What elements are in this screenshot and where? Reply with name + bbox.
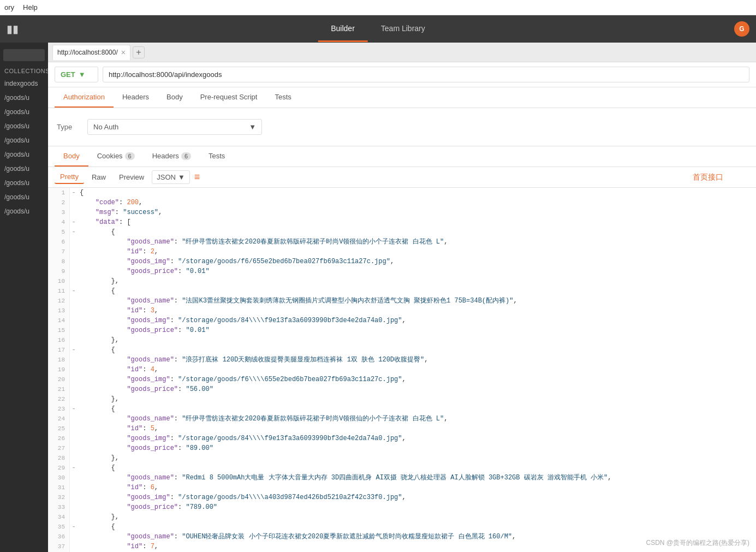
line-toggle: [70, 443, 78, 453]
response-area: Body Cookies6 Headers6 Tests Pretty Raw …: [48, 146, 756, 552]
json-line-30: 30 "goods_name": "Redmi 8 5000mAh大电量 大字体…: [48, 473, 756, 483]
sidebar-item-5[interactable]: /goods/u: [0, 147, 48, 162]
line-toggle[interactable]: -: [70, 522, 78, 532]
close-tab-button[interactable]: ×: [121, 49, 126, 56]
line-toggle: [70, 492, 78, 502]
line-content: },: [78, 512, 119, 522]
line-toggle[interactable]: -: [70, 404, 78, 414]
line-toggle[interactable]: -: [70, 227, 78, 237]
line-toggle[interactable]: -: [70, 217, 78, 227]
json-line-16: 16 },: [48, 335, 756, 345]
menu-help[interactable]: Help: [23, 3, 38, 11]
line-number: 7: [48, 247, 70, 257]
line-number: 10: [48, 276, 70, 286]
line-content: {: [78, 188, 84, 198]
json-line-12: 12 "goods_name": "法国K3蕾丝聚拢文胸套装刺绣薄款无钢圈插片式…: [48, 296, 756, 306]
line-toggle: [70, 532, 78, 542]
tab-team-library[interactable]: Team Library: [368, 16, 438, 42]
response-tab-tests[interactable]: Tests: [200, 146, 234, 167]
sub-tab-authorization[interactable]: Authorization: [55, 87, 114, 108]
format-raw-button[interactable]: Raw: [86, 171, 111, 183]
json-line-35: 35- {: [48, 522, 756, 532]
line-number: 14: [48, 316, 70, 325]
json-line-17: 17- {: [48, 345, 756, 355]
sidebar-item-indexgoods[interactable]: indexgoods: [0, 76, 48, 91]
sidebar-item-6[interactable]: /goods/u: [0, 162, 48, 176]
json-line-14: 14 "goods_img": "/storage/goods/84\\\\f9…: [48, 316, 756, 325]
line-toggle: [70, 335, 78, 345]
line-toggle: [70, 414, 78, 424]
line-toggle[interactable]: -: [70, 188, 78, 198]
method-select[interactable]: GET ▼: [55, 67, 98, 82]
avatar[interactable]: G: [734, 21, 749, 37]
sub-tab-tests[interactable]: Tests: [266, 87, 300, 108]
line-content: "goods_name": "纤伊寻雪纺连衣裙女2020春夏新款韩版碎花裙子时尚…: [78, 237, 448, 247]
sidebar-search-input[interactable]: [3, 49, 45, 61]
line-content: "id": 4,: [78, 365, 158, 375]
line-content: "goods_name": "法国K3蕾丝聚拢文胸套装刺绣薄款无钢圈插片式调整型…: [78, 296, 517, 306]
line-content: "goods_name": "OUHEN轻奢品牌女装 小个子印花连衣裙女2020…: [78, 532, 516, 542]
line-content: "id": 3,: [78, 306, 158, 316]
request-bar: GET ▼: [48, 62, 756, 87]
method-label: GET: [61, 70, 75, 79]
json-line-23: 23- {: [48, 404, 756, 414]
menu-ory[interactable]: ory: [4, 3, 14, 11]
url-input[interactable]: [103, 67, 749, 82]
new-tab-button[interactable]: +: [133, 46, 145, 58]
sidebar-item-9[interactable]: /goods/u: [0, 204, 48, 218]
auth-type-row: Type No Auth ▼: [57, 119, 747, 135]
line-toggle[interactable]: -: [70, 463, 78, 473]
auth-type-select[interactable]: No Auth ▼: [87, 119, 262, 135]
format-preview-button[interactable]: Preview: [114, 171, 150, 183]
line-toggle: [70, 434, 78, 443]
json-line-7: 7 "id": 2,: [48, 247, 756, 257]
format-type-select[interactable]: JSON ▼: [152, 170, 190, 184]
line-toggle[interactable]: -: [70, 345, 78, 355]
method-chevron-icon: ▼: [79, 70, 86, 79]
line-toggle: [70, 375, 78, 384]
response-tab-headers[interactable]: Headers6: [144, 146, 200, 167]
format-pretty-button[interactable]: Pretty: [55, 170, 84, 184]
line-number: 30: [48, 473, 70, 483]
sidebar-item-4[interactable]: /goods/u: [0, 133, 48, 147]
sub-tab-headers[interactable]: Headers: [114, 87, 158, 108]
line-number: 2: [48, 198, 70, 207]
json-line-5: 5- {: [48, 227, 756, 237]
sidebar-item-3[interactable]: /goods/u: [0, 119, 48, 133]
response-tab-body[interactable]: Body: [55, 146, 88, 167]
sidebar-item-2[interactable]: /goods/u: [0, 105, 48, 119]
line-toggle: [70, 207, 78, 217]
app-icon[interactable]: ▮▮: [7, 22, 19, 35]
line-toggle: [70, 512, 78, 522]
menu-bar: ory Help: [0, 0, 756, 15]
sub-tab-body[interactable]: Body: [158, 87, 192, 108]
line-number: 26: [48, 434, 70, 443]
wrap-icon[interactable]: ≡: [194, 171, 200, 183]
line-content: "goods_img": "/storage/goods/f6/655e2bed…: [78, 257, 394, 266]
response-tab-cookies[interactable]: Cookies6: [88, 146, 144, 167]
tab-builder[interactable]: Builder: [318, 16, 368, 42]
sidebar-item-8[interactable]: /goods/u: [0, 190, 48, 204]
line-number: 35: [48, 522, 70, 532]
line-content: "data": [: [78, 217, 131, 227]
sub-tab-pre-request[interactable]: Pre-request Script: [192, 87, 266, 108]
url-tab-text: http://localhost:8000/: [57, 49, 118, 56]
json-line-8: 8 "goods_img": "/storage/goods/f6/655e2b…: [48, 257, 756, 266]
line-toggle: [70, 424, 78, 434]
url-tab[interactable]: http://localhost:8000/ ×: [52, 45, 130, 60]
line-content: },: [78, 453, 119, 463]
line-number: 21: [48, 384, 70, 394]
line-number: 27: [48, 443, 70, 453]
sidebar-item-1[interactable]: /goods/u: [0, 91, 48, 105]
json-line-28: 28 },: [48, 453, 756, 463]
sidebar-item-7[interactable]: /goods/u: [0, 176, 48, 190]
line-toggle: [70, 325, 78, 335]
line-toggle[interactable]: -: [70, 286, 78, 296]
line-number: 28: [48, 453, 70, 463]
json-line-26: 26 "goods_img": "/storage/goods/84\\\\f9…: [48, 434, 756, 443]
collections-label: Collections 🗑: [0, 63, 48, 76]
watermark: CSDN @贵哥的编程之路(热爱分享): [646, 538, 749, 548]
line-number: 1: [48, 188, 70, 198]
line-content: {: [78, 286, 115, 296]
json-viewer[interactable]: 1-{2 "code": 200,3 "msg": "success",4- "…: [48, 188, 756, 552]
